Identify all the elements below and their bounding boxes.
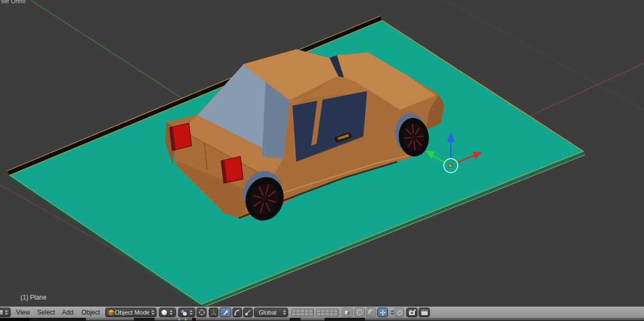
snap-element-icon	[379, 309, 386, 316]
orientation-dropdown[interactable]: Global	[254, 308, 288, 317]
render-animation-icon	[421, 309, 428, 316]
orientation-spinner	[282, 309, 287, 316]
timeline-mini-icon	[178, 318, 180, 320]
editor-type-icon	[0, 310, 3, 315]
layer-cell-active[interactable]	[292, 309, 296, 313]
pivot-center-icon	[180, 309, 187, 316]
pivot-dropdown[interactable]	[178, 308, 195, 317]
3d-viewport[interactable]: ser Ortho (1) Plane	[0, 0, 644, 306]
menu-add[interactable]: Add	[59, 307, 76, 318]
scale-manipulator-icon	[245, 309, 251, 316]
proportional-edit-icon	[356, 309, 363, 316]
mode-dropdown-label: Object Mode	[115, 309, 149, 316]
scene-lock-button[interactable]	[342, 308, 353, 317]
orientation-label: Global	[254, 309, 281, 316]
snap-target-button[interactable]	[394, 308, 404, 317]
rotate-manipulator-icon	[234, 309, 240, 316]
pivot-spinner	[188, 309, 193, 316]
cube-icon	[108, 309, 115, 316]
axis-tripod-icon	[210, 309, 217, 316]
viewport-shading-dropdown[interactable]	[159, 308, 176, 317]
mode-dropdown[interactable]: Object Mode	[105, 308, 157, 317]
scale-manipulator-button[interactable]	[243, 308, 253, 317]
menu-select[interactable]: Select	[34, 307, 58, 318]
layer-group-2[interactable]	[316, 309, 339, 316]
render-animation-button[interactable]	[419, 308, 430, 317]
scene-lock-icon	[344, 309, 350, 316]
editor-type-spinner	[4, 309, 9, 316]
snap-toggle-button[interactable]	[366, 308, 376, 317]
layer-group-1[interactable]	[291, 309, 314, 316]
gizmo-center-dot	[449, 164, 452, 168]
timeline-editor-sliver	[0, 318, 644, 321]
snap-element-button[interactable]	[377, 308, 388, 317]
rotate-manipulator-button[interactable]	[232, 308, 242, 317]
sphere-icon	[161, 309, 167, 316]
mode-spinner	[150, 309, 155, 316]
menu-object[interactable]: Object	[78, 307, 103, 318]
timeline-dark-corner	[0, 318, 30, 321]
viewport-header: View Select Add Object Object Mode	[0, 306, 644, 318]
menu-view[interactable]: View	[13, 307, 33, 318]
shading-spinner	[169, 309, 173, 316]
translate-manipulator-icon	[222, 309, 229, 316]
timeline-mini-icon	[185, 318, 187, 320]
snap-magnet-icon	[368, 309, 375, 316]
scene-canvas[interactable]	[0, 0, 644, 306]
editor-type-selector[interactable]	[0, 308, 11, 317]
render-still-icon	[408, 309, 416, 316]
render-still-button[interactable]	[406, 308, 418, 317]
proportional-edit-button[interactable]	[354, 308, 365, 317]
snap-target-icon	[396, 309, 402, 316]
blender-window: ser Ortho (1) Plane View Select Add Obje…	[0, 0, 644, 321]
manipulator-toggle-icon	[199, 309, 205, 316]
axis-manipulator-button[interactable]	[209, 308, 218, 317]
manipulator-toggle-button[interactable]	[196, 308, 207, 317]
translate-manipulator-button[interactable]	[219, 308, 231, 317]
